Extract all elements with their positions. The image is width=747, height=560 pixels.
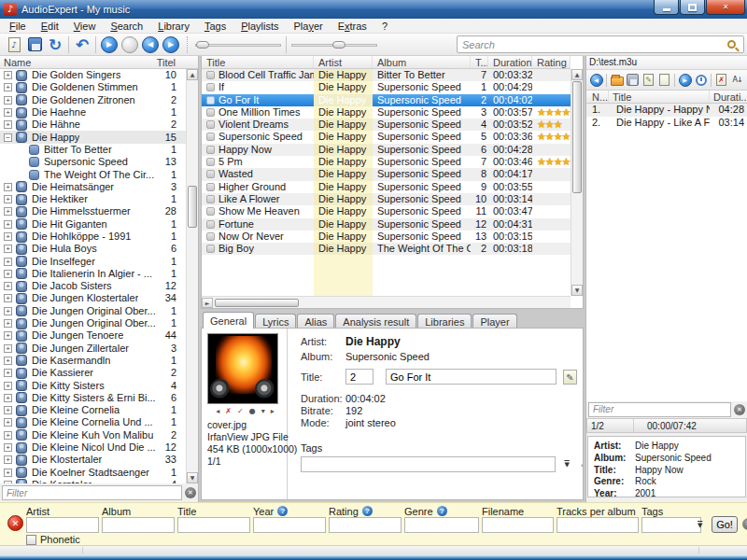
expand-icon[interactable]: +: [4, 331, 12, 340]
tree-item[interactable]: +Die Hohlköppe - 19911: [0, 231, 186, 243]
tags-input[interactable]: [301, 456, 556, 472]
tree-item[interactable]: +Die Kleine Cornelia1: [0, 404, 186, 416]
search-filename-input[interactable]: [482, 517, 554, 533]
tree-item[interactable]: +Die Jungen Original Ober...1: [0, 305, 186, 317]
tree-item[interactable]: +Die Hähne2: [0, 119, 186, 131]
tab-analysis-result[interactable]: Analysis result: [335, 314, 416, 329]
tree-item[interactable]: +Die Kitty Sisters4: [0, 379, 186, 391]
collapse-icon[interactable]: −: [4, 133, 12, 142]
tags-confirm-icon[interactable]: ✓: [580, 458, 583, 470]
playlist-back-button[interactable]: ◀: [588, 72, 604, 89]
search-input[interactable]: [458, 37, 727, 51]
menu-item-playlists[interactable]: Playlists: [233, 20, 286, 33]
tree-item[interactable]: +Die Jungen Tenoere44: [0, 329, 186, 342]
song-row[interactable]: WastedDie HappySupersonic Speed800:04:17: [202, 168, 571, 180]
expand-icon[interactable]: +: [4, 232, 12, 241]
delete-cover-icon[interactable]: ✗: [225, 407, 232, 415]
expand-icon[interactable]: +: [4, 319, 12, 328]
menu-item-search[interactable]: Search: [103, 20, 150, 33]
previous-track-button[interactable]: ◀: [140, 35, 161, 55]
tree-item[interactable]: −Die Happy15: [0, 131, 186, 143]
song-row[interactable]: Like A FlowerDie HappySupersonic Speed10…: [202, 193, 571, 205]
song-list-vscrollbar[interactable]: ▲ ▼: [571, 69, 583, 296]
tree-item[interactable]: +Die Goldenen Zitronen2: [0, 94, 186, 106]
menu-item-extras[interactable]: Extras: [331, 20, 374, 33]
help-icon[interactable]: ?: [437, 506, 447, 516]
playlist-row[interactable]: 1.Die Happy - Happy Now04:28: [586, 104, 747, 117]
tree-item[interactable]: +Die Kleine Kuh Von Malibu2: [0, 429, 186, 441]
title-input[interactable]: [386, 369, 557, 385]
song-row[interactable]: 5 PmDie HappySupersonic Speed700:03:46★★…: [202, 156, 571, 168]
tab-general[interactable]: General: [203, 312, 254, 329]
playlist-save-button[interactable]: [625, 72, 641, 89]
playlist-open-button[interactable]: [609, 72, 625, 89]
tree-scrollbar[interactable]: ▲ ▼: [186, 69, 198, 483]
tab-alias[interactable]: Alias: [297, 314, 334, 329]
expand-icon[interactable]: +: [4, 71, 12, 79]
search-tracks-per-album-input[interactable]: [557, 517, 639, 533]
tree-item[interactable]: +Die Klostertaler33: [0, 454, 186, 466]
maximize-button[interactable]: [680, 0, 705, 15]
expand-icon[interactable]: +: [4, 369, 12, 377]
tree-item[interactable]: +Die Himmelsstuermer28: [0, 205, 186, 217]
search-dropdown-icon[interactable]: ▼: [698, 522, 702, 529]
expand-icon[interactable]: +: [4, 108, 12, 117]
expand-icon[interactable]: +: [4, 443, 12, 452]
tree-item[interactable]: +Die Goldenen Stimmen1: [0, 81, 186, 93]
close-search-icon[interactable]: ✕: [7, 515, 23, 531]
edit-title-icon[interactable]: ✎: [563, 370, 577, 385]
expand-icon[interactable]: +: [4, 394, 12, 402]
expand-icon[interactable]: +: [4, 207, 12, 216]
tab-libraries[interactable]: Libraries: [417, 314, 472, 329]
menu-item-player[interactable]: Player: [287, 20, 331, 33]
song-row[interactable]: Now Or NeverDie HappySupersonic Speed130…: [202, 231, 571, 243]
playlist-edit-button[interactable]: ✎: [641, 72, 656, 89]
refresh-button[interactable]: ↻: [45, 35, 65, 55]
tree-item[interactable]: +Die Golden Singers10: [0, 69, 186, 81]
track-number-input[interactable]: [345, 369, 374, 385]
volume-slider-thumb[interactable]: [332, 41, 345, 49]
seek-slider[interactable]: [193, 36, 283, 53]
tab-player[interactable]: Player: [472, 314, 516, 329]
seek-slider-thumb[interactable]: [196, 41, 209, 49]
song-row[interactable]: FortuneDie HappySupersonic Speed1200:04:…: [202, 218, 571, 231]
menu-item-help[interactable]: ?: [374, 20, 395, 33]
expand-icon[interactable]: +: [4, 469, 12, 477]
tree-filter-clear-icon[interactable]: ✕: [185, 487, 196, 498]
search-year-input[interactable]: [253, 517, 326, 533]
help-icon[interactable]: ?: [277, 506, 288, 516]
tree-item[interactable]: +Die Heimatsänger3: [0, 181, 186, 193]
tree-item[interactable]: Supersonic Speed13: [0, 156, 186, 168]
song-row[interactable]: Supersonic SpeedDie HappySupersonic Spee…: [202, 131, 571, 143]
scroll-up-icon[interactable]: ▲: [187, 69, 198, 80]
expand-icon[interactable]: +: [4, 282, 12, 290]
song-list-hscrollbar[interactable]: ◄ ►: [202, 296, 571, 308]
playlist-sort-button[interactable]: A↓: [729, 72, 745, 89]
tree-filter-input[interactable]: [2, 485, 182, 500]
tree-item[interactable]: +Die Kleine Nicol Und Die ...12: [0, 441, 186, 454]
accept-cover-icon[interactable]: ✓: [237, 407, 244, 415]
cover-menu-icon[interactable]: ▾: [261, 407, 265, 415]
playlist-column-header-pdu[interactable]: Durati...: [710, 91, 747, 103]
tree-item[interactable]: +Die Jacob Sisters12: [0, 280, 186, 292]
menu-item-edit[interactable]: Edit: [34, 20, 66, 33]
expand-icon[interactable]: +: [4, 431, 12, 440]
playlist-new-button[interactable]: [656, 72, 672, 89]
playlist-filter-input[interactable]: [588, 402, 731, 417]
song-row[interactable]: Higher GroundDie HappySupersonic Speed90…: [202, 181, 571, 193]
expand-icon[interactable]: +: [4, 83, 12, 91]
search-rating-input[interactable]: [329, 517, 402, 533]
search-artist-input[interactable]: [26, 517, 99, 533]
column-header-track[interactable]: T...: [471, 56, 488, 68]
expand-icon[interactable]: +: [4, 245, 12, 253]
playlist-row[interactable]: 2.Die Happy - Like A Flower03:14: [586, 117, 747, 130]
playlist-column-header-pno[interactable]: N...: [586, 91, 609, 103]
search-genre-input[interactable]: [404, 517, 479, 533]
playlist-filter-clear-icon[interactable]: ✕: [734, 404, 745, 415]
song-hscroll-thumb[interactable]: [215, 299, 299, 307]
expand-icon[interactable]: +: [4, 406, 12, 414]
column-header-name[interactable]: Name: [0, 57, 31, 68]
save-button[interactable]: [24, 35, 45, 55]
expand-icon[interactable]: +: [4, 455, 12, 464]
menu-item-library[interactable]: Library: [150, 20, 197, 33]
